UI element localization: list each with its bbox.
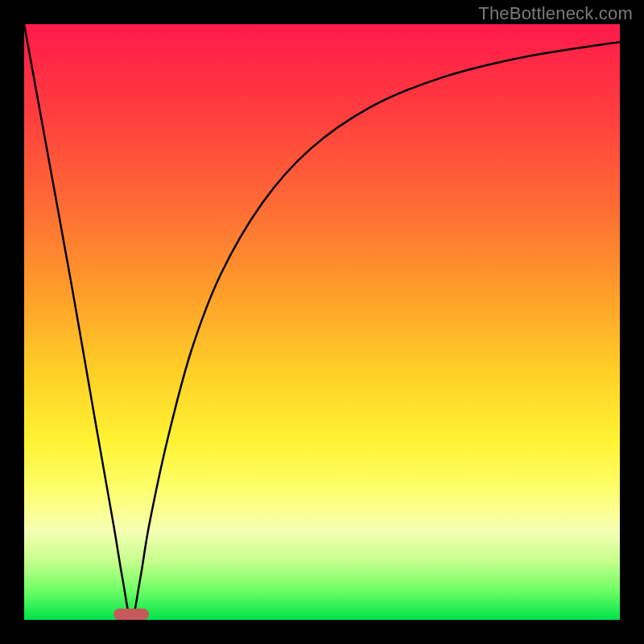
optimal-marker (114, 609, 149, 620)
curve-path (24, 24, 620, 620)
watermark-text: TheBottleneck.com (478, 3, 633, 24)
bottleneck-curve (24, 24, 620, 620)
chart-frame: TheBottleneck.com (0, 0, 644, 644)
plot-area (24, 24, 620, 620)
